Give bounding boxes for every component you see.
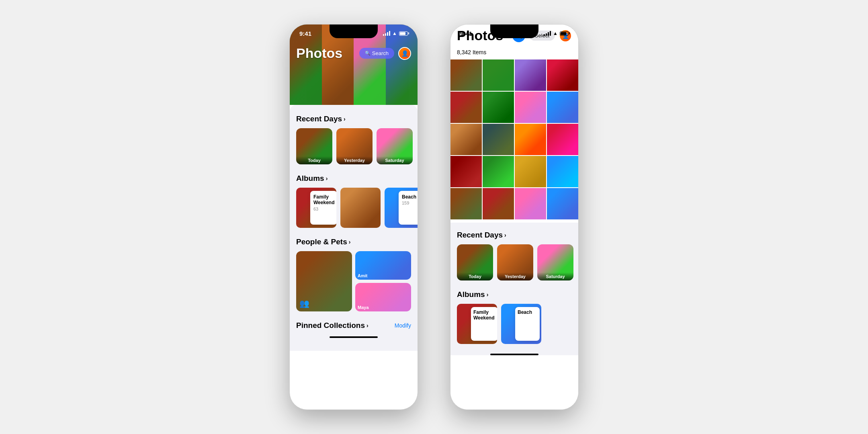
pinned-header: Pinned Collections › Modify	[290, 318, 418, 333]
right-day-label-yesterday: Yesterday	[497, 272, 533, 280]
right-album-card-beach[interactable]: Beach	[501, 304, 541, 344]
right-battery-icon	[560, 31, 569, 36]
recent-days-chevron: ›	[344, 116, 346, 122]
grid-photo-7[interactable]	[515, 92, 546, 123]
right-status-icons: ▲	[544, 31, 569, 36]
person-label-amit: Amit	[358, 273, 367, 278]
right-album-name-family-weekend: Family Weekend	[473, 309, 495, 321]
grid-photo-6[interactable]	[483, 92, 514, 123]
grid-photo-11[interactable]	[515, 124, 546, 155]
group-icon: 👥	[299, 299, 309, 308]
grid-photo-3[interactable]	[515, 59, 546, 91]
pinned-title-group[interactable]: Pinned Collections ›	[296, 321, 368, 330]
grid-photo-2[interactable]	[483, 59, 514, 91]
people-title: People & Pets	[296, 237, 347, 246]
home-indicator	[330, 336, 378, 338]
right-wifi-icon: ▲	[553, 31, 558, 36]
albums-title: Albums	[296, 174, 324, 183]
recent-days-header[interactable]: Recent Days ›	[290, 111, 418, 128]
albums-row[interactable]: Family Weekend 63	[290, 188, 418, 234]
left-scroll-content[interactable]: Recent Days › Today Yesterday Saturday	[290, 25, 418, 409]
albums-header[interactable]: Albums ›	[290, 171, 418, 188]
signal-icon	[383, 31, 390, 36]
pinned-chevron: ›	[366, 322, 368, 329]
album-name-beach: Beach	[402, 194, 418, 200]
right-album-thumb-family-weekend: Family Weekend	[457, 304, 497, 344]
right-albums-chevron: ›	[487, 291, 489, 298]
day-card-yesterday[interactable]: Yesterday	[336, 128, 373, 164]
grid-photo-12[interactable]	[547, 124, 578, 155]
people-card-maya[interactable]: Maya	[355, 283, 411, 311]
grid-photo-14[interactable]	[483, 156, 514, 187]
grid-photo-16[interactable]	[547, 156, 578, 187]
right-day-card-today[interactable]: Today	[457, 244, 493, 280]
right-albums-title: Albums	[457, 290, 485, 299]
right-phone-content[interactable]: 9:41 ▲ Photos	[450, 25, 578, 409]
right-recent-days-header[interactable]: Recent Days ›	[450, 227, 578, 244]
right-notch	[490, 25, 538, 38]
right-recent-days-title: Recent Days	[457, 231, 503, 240]
people-card-group[interactable]: 👥	[296, 251, 352, 311]
person-label-maya: Maya	[358, 305, 369, 310]
album-thumb-beach: Beach 159	[385, 188, 418, 228]
items-count: 8,342 Items	[450, 47, 578, 59]
grid-photo-1[interactable]	[450, 59, 482, 91]
grid-photo-13[interactable]	[450, 156, 482, 187]
days-row[interactable]: Today Yesterday Saturday	[290, 128, 418, 171]
grid-photo-18[interactable]	[483, 188, 514, 219]
right-album-name-beach: Beach	[518, 309, 537, 315]
day-card-saturday[interactable]: Saturday	[377, 128, 413, 164]
grid-photo-9[interactable]	[450, 124, 482, 155]
people-header[interactable]: People & Pets ›	[290, 234, 418, 251]
grid-photo-17[interactable]	[450, 188, 482, 219]
header-actions: 🔍 Search 👤	[359, 47, 411, 60]
main-sections: Recent Days › Today Yesterday Saturday	[290, 105, 418, 351]
album-card-family-weekend[interactable]: Family Weekend 63	[296, 188, 336, 228]
album-card-bonfire[interactable]	[340, 188, 381, 228]
grid-photo-5[interactable]	[450, 92, 482, 123]
grid-photo-4[interactable]	[547, 59, 578, 91]
search-icon: 🔍	[365, 51, 371, 56]
notch	[330, 25, 378, 38]
right-day-card-saturday[interactable]: Saturday	[537, 244, 573, 280]
right-albums-row[interactable]: Family Weekend Beach	[450, 304, 578, 350]
album-thumb-family-weekend: Family Weekend 63	[296, 188, 336, 228]
grid-photo-20[interactable]	[547, 188, 578, 219]
right-sections-bg: Recent Days › Today Yesterday Saturday	[450, 223, 578, 355]
day-label-yesterday: Yesterday	[336, 156, 373, 164]
album-name-family-weekend: Family Weekend	[313, 194, 334, 206]
right-day-label-today: Today	[457, 272, 493, 280]
battery-icon	[399, 31, 408, 36]
right-status-time: 9:41	[460, 30, 472, 37]
album-card-beach[interactable]: Beach 159	[385, 188, 418, 228]
day-label-saturday: Saturday	[377, 156, 413, 164]
search-button[interactable]: 🔍 Search	[359, 48, 394, 59]
day-card-today[interactable]: Today	[296, 128, 332, 164]
right-day-label-saturday: Saturday	[537, 272, 573, 280]
right-home-indicator	[490, 354, 538, 355]
grid-photo-10[interactable]	[483, 124, 514, 155]
people-card-amit[interactable]: Amit	[355, 251, 411, 280]
right-albums-header[interactable]: Albums ›	[450, 287, 578, 304]
right-day-card-yesterday[interactable]: Yesterday	[497, 244, 533, 280]
grid-photo-8[interactable]	[547, 92, 578, 123]
people-small-cards: Amit Maya	[355, 251, 411, 311]
albums-chevron: ›	[326, 175, 328, 182]
status-icons: ▲	[383, 31, 408, 36]
album-count-family-weekend: 63	[313, 207, 334, 211]
recent-days-title: Recent Days	[296, 115, 342, 123]
album-thumb-bonfire	[340, 188, 381, 228]
avatar[interactable]: 👤	[398, 47, 411, 60]
right-album-card-family-weekend[interactable]: Family Weekend	[457, 304, 497, 344]
wifi-icon: ▲	[392, 31, 397, 36]
modify-button[interactable]: Modify	[395, 322, 411, 329]
right-days-row[interactable]: Today Yesterday Saturday	[450, 244, 578, 287]
grid-photo-15[interactable]	[515, 156, 546, 187]
grid-photo-19[interactable]	[515, 188, 546, 219]
pinned-title: Pinned Collections	[296, 321, 365, 330]
app-header: Photos 🔍 Search 👤	[290, 42, 418, 64]
left-phone: 9:41 ▲ Photos 🔍 Search	[289, 24, 418, 410]
people-grid: 👥 Amit Maya	[290, 251, 418, 318]
right-signal-icon	[544, 31, 551, 36]
app-title: Photos	[296, 45, 342, 61]
